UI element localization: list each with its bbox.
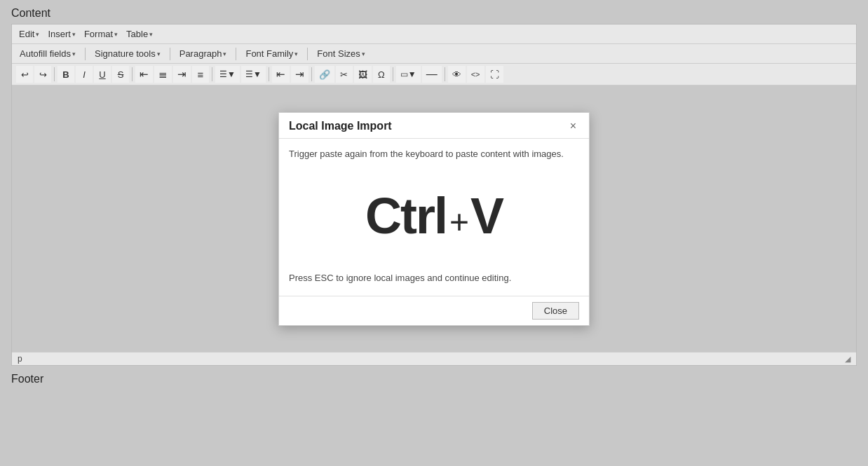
tb-sep4 xyxy=(269,67,269,81)
sep2 xyxy=(170,48,170,60)
indent-button[interactable]: ⇥ xyxy=(291,66,308,83)
font-family-dropdown[interactable]: Font Family ▾ xyxy=(242,46,301,61)
table-arrow-icon: ▾ xyxy=(149,31,153,38)
menu-insert[interactable]: Insert ▾ xyxy=(45,27,79,41)
image-button[interactable]: 🖼 xyxy=(354,66,372,83)
modal-header: Local Image Import × xyxy=(279,113,589,139)
align-center-button[interactable]: ≣ xyxy=(154,66,172,83)
menu-bar: Edit ▾ Insert ▾ Format ▾ Table ▾ xyxy=(12,25,856,44)
sep3 xyxy=(236,48,236,60)
footer-title: Footer xyxy=(11,373,857,385)
editor-area: Local Image Import × Trigger paste again… xyxy=(12,85,856,352)
outdent-button[interactable]: ⇤ xyxy=(272,66,290,83)
italic-button[interactable]: I xyxy=(76,66,93,83)
modal-footer: Close xyxy=(279,296,589,325)
content-title: Content xyxy=(11,7,857,20)
tb-sep5 xyxy=(311,67,312,81)
page-wrapper: Content Edit ▾ Insert ▾ Format ▾ Table ▾ xyxy=(0,0,868,466)
modal-title: Local Image Import xyxy=(289,120,392,132)
tb-sep3 xyxy=(212,67,212,81)
fullscreen-button[interactable]: ⛶ xyxy=(486,66,503,83)
font-family-arrow-icon: ▾ xyxy=(294,50,298,57)
underline-button[interactable]: U xyxy=(94,66,111,83)
resize-icon: ◢ xyxy=(845,355,850,364)
status-bar: p ◢ xyxy=(12,352,856,365)
autofill-dropdown[interactable]: Autofill fields ▾ xyxy=(16,46,79,61)
undo-button[interactable]: ↩ xyxy=(16,66,33,83)
menu-table[interactable]: Table ▾ xyxy=(123,27,156,41)
hr-button[interactable]: — xyxy=(422,66,442,83)
signature-arrow-icon: ▾ xyxy=(157,50,161,57)
source-button[interactable]: <> xyxy=(467,66,484,83)
modal-close-action-button[interactable]: Close xyxy=(532,302,579,320)
signature-dropdown[interactable]: Signature tools ▾ xyxy=(91,46,164,61)
toolbar-row1: Autofill fields ▾ Signature tools ▾ Para… xyxy=(12,44,856,64)
autofill-arrow-icon: ▾ xyxy=(72,50,76,57)
paragraph-arrow-icon: ▾ xyxy=(223,50,226,57)
status-element: p xyxy=(18,354,22,364)
tb-sep6 xyxy=(393,67,393,81)
tb-sep1 xyxy=(54,67,55,81)
menu-format[interactable]: Format ▾ xyxy=(81,27,121,41)
tb-sep7 xyxy=(445,67,445,81)
sep1 xyxy=(85,48,86,60)
format-arrow-icon: ▾ xyxy=(114,31,118,38)
ctrl-v-text: Ctrl+V xyxy=(365,187,503,245)
align-left-button[interactable]: ⇤ xyxy=(135,66,153,83)
insert-arrow-icon: ▾ xyxy=(72,31,76,38)
menu-edit[interactable]: Edit ▾ xyxy=(16,27,42,41)
modal-close-button[interactable]: × xyxy=(567,120,579,132)
modal-body: Trigger paste again from the keyboard to… xyxy=(279,139,589,296)
editor-container: Edit ▾ Insert ▾ Format ▾ Table ▾ Autofil… xyxy=(11,24,857,366)
font-sizes-dropdown[interactable]: Font Sizes ▾ xyxy=(313,46,368,61)
tb-sep2 xyxy=(132,67,133,81)
table-button[interactable]: ▭▼ xyxy=(396,66,421,83)
toolbar-row2: ↩ ↪ B I U S ⇤ ≣ ⇥ ≡ ☰▼ ☰▼ ⇤ ⇥ xyxy=(12,64,856,85)
preview-button[interactable]: 👁 xyxy=(448,66,466,83)
unordered-list-button[interactable]: ☰▼ xyxy=(215,66,240,83)
align-right-button[interactable]: ⇥ xyxy=(173,66,191,83)
font-sizes-arrow-icon: ▾ xyxy=(362,50,365,57)
edit-arrow-icon: ▾ xyxy=(36,31,39,38)
bold-button[interactable]: B xyxy=(57,66,74,83)
strikethrough-button[interactable]: S xyxy=(112,66,129,83)
modal-overlay: Local Image Import × Trigger paste again… xyxy=(12,85,856,352)
modal-instruction: Trigger paste again from the keyboard to… xyxy=(289,149,579,159)
ordered-list-button[interactable]: ☰▼ xyxy=(241,66,266,83)
ctrl-v-display: Ctrl+V xyxy=(289,166,579,266)
align-justify-button[interactable]: ≡ xyxy=(192,66,209,83)
special-char-button[interactable]: Ω xyxy=(373,66,390,83)
redo-button[interactable]: ↪ xyxy=(34,66,51,83)
local-image-import-modal: Local Image Import × Trigger paste again… xyxy=(278,112,590,326)
sep4 xyxy=(307,48,308,60)
modal-esc-text: Press ESC to ignore local images and con… xyxy=(289,273,579,290)
unlink-button[interactable]: ✂ xyxy=(336,66,353,83)
paragraph-dropdown[interactable]: Paragraph ▾ xyxy=(176,46,231,61)
link-button[interactable]: 🔗 xyxy=(315,66,334,83)
